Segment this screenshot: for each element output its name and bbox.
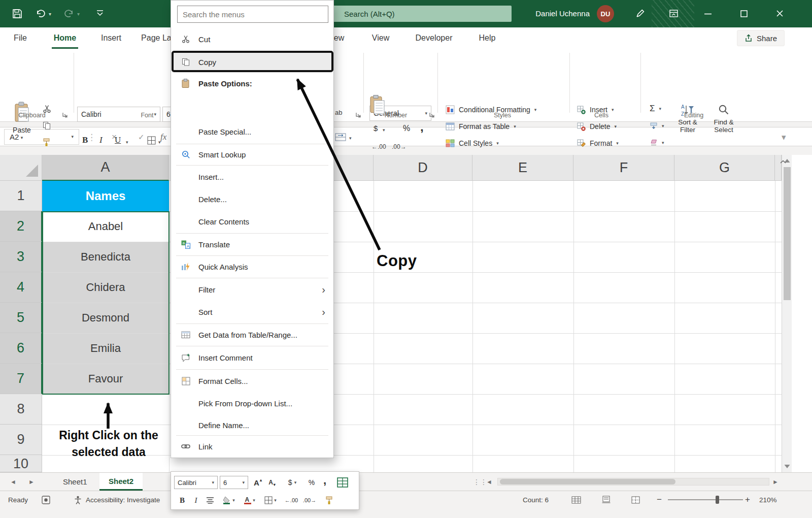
cell-a4[interactable]: Chidera [42,272,169,303]
mini-bold-button[interactable]: B [176,493,188,507]
autosum-button[interactable]: Σ ▾ [650,102,661,116]
italic-button[interactable]: I [99,135,103,145]
number-dialog-launcher[interactable] [429,112,435,118]
row-header-2[interactable]: 2 [0,211,42,242]
macro-record-icon[interactable] [42,491,50,508]
column-header-a[interactable]: A [42,155,169,181]
horizontal-scroll-thumb[interactable] [500,479,675,484]
collapse-ribbon-icon[interactable] [780,159,787,164]
alignment-dialog-launcher[interactable] [355,112,361,118]
user-name[interactable]: Daniel Uchenna [527,0,590,27]
row-header-6[interactable]: 6 [0,333,42,364]
zoom-slider-track[interactable] [668,499,743,500]
borders-dropdown-icon[interactable]: ▾ [158,140,161,145]
decrease-decimal-button[interactable]: .00→ [392,143,407,150]
format-painter-button[interactable] [43,138,50,147]
menu-item-smart-lookup[interactable]: Smart Lookup [172,145,332,164]
tab-home[interactable]: Home [49,27,81,49]
cell-a2[interactable]: Anabel [42,211,169,242]
paste-button[interactable]: Paste ▾ [7,102,37,140]
menu-item-define-name[interactable]: Define Name... [172,415,332,435]
column-header-g[interactable]: G [674,155,775,181]
tab-help[interactable]: Help [471,27,503,49]
format-cells-ribbon-button[interactable]: Format ▾ [577,136,619,150]
cell-a6[interactable]: Emilia [42,333,169,364]
menu-item-link[interactable]: Link [172,436,332,457]
formula-bar-expand-icon[interactable]: ▾ [782,127,786,147]
row-header-3[interactable]: 3 [0,242,42,272]
inking-pen-icon[interactable] [635,9,645,18]
mini-format-painter-button[interactable] [321,493,336,507]
cell-a3[interactable]: Benedicta [42,242,169,272]
delete-cells-button[interactable]: Delete ▾ [577,119,617,134]
currency-dropdown-icon[interactable]: ▾ [383,128,385,133]
currency-button[interactable]: $ [374,124,378,133]
undo-dropdown-icon[interactable]: ▾ [49,11,51,17]
view-page-break-icon[interactable] [631,491,640,508]
menu-item-get-data[interactable]: Get Data from Table/Range... [172,325,332,345]
menu-item-quick-analysis[interactable]: Quick Analysis [172,256,332,277]
menu-item-translate[interactable]: aA Translate [172,234,332,254]
percent-button[interactable]: % [403,124,410,133]
mini-borders-button[interactable]: ▾ [261,493,280,507]
row-header-9[interactable]: 9 [0,425,42,455]
tab-file[interactable]: File [8,27,32,49]
format-as-table-button[interactable]: Format as Table ▾ [446,119,516,134]
status-count[interactable]: Count: 6 [523,491,549,508]
titlebar-search[interactable] [325,6,512,22]
center-align-button[interactable] [204,493,217,507]
name-box-dropdown-icon[interactable]: ▾ [71,135,74,139]
mini-comma-button[interactable]: , [319,473,330,488]
row-header-1[interactable]: 1 [0,181,42,211]
sheet-nav-right-icon[interactable]: ► [28,473,35,491]
hscroll-right-icon[interactable]: ► [772,473,779,491]
fill-button[interactable]: ▾ [650,119,664,133]
menu-item-pick-list[interactable]: Pick From Drop-down List... [172,393,332,414]
mini-italic-button[interactable]: I [190,493,201,507]
font-color-button[interactable]: A ▾ [241,493,258,507]
maximize-button[interactable] [740,10,748,17]
mini-currency-button[interactable]: $▾ [283,476,302,489]
comma-style-button[interactable]: , [420,120,424,134]
clipboard-dialog-launcher[interactable] [62,112,68,118]
menu-item-insert-comment[interactable]: Insert Comment [172,347,332,368]
view-page-layout-icon[interactable] [602,491,611,508]
ribbon-display-options-icon[interactable] [669,9,679,18]
quick-access-toolbar-icon[interactable] [95,8,105,18]
enter-check-icon[interactable]: ✓ [138,127,145,147]
avatar[interactable]: DU [597,5,614,22]
mini-increase-decimal-button[interactable]: ←.00 [283,493,300,507]
increase-decimal-button[interactable]: ←.00 [371,143,386,150]
menu-search-input[interactable] [177,6,328,23]
menu-item-sort[interactable]: Sort › [172,301,332,322]
mini-percent-button[interactable]: % [305,476,318,489]
mini-font-size-combo[interactable]: 6 ▾ [220,476,248,489]
redo-dropdown-icon[interactable]: ▾ [77,11,80,17]
menu-item-clear-contents[interactable]: Clear Contents [172,211,332,232]
cell-a5[interactable]: Desmond [42,303,169,333]
accessibility-status[interactable]: Accessibility: Investigate [74,491,160,508]
tab-developer[interactable]: Developer [404,27,464,49]
vertical-scroll-thumb[interactable] [784,167,791,300]
close-button[interactable] [776,10,784,17]
merge-center-button[interactable] [335,133,346,141]
mini-decrease-decimal-button[interactable]: .00→ [301,493,318,507]
redo-icon[interactable] [64,9,74,18]
mini-table-button[interactable] [334,475,351,490]
titlebar-search-input[interactable] [325,6,512,22]
view-normal-icon[interactable] [571,491,581,508]
zoom-level[interactable]: 210% [759,491,777,508]
row-header-7[interactable]: 7 [0,364,42,394]
row-header-10[interactable]: 10 [0,455,42,472]
column-header-e[interactable]: E [472,155,573,181]
zoom-slider-thumb[interactable] [716,496,719,504]
borders-button[interactable] [147,136,156,145]
fill-color-button[interactable]: ▾ [220,493,238,507]
cell-a7[interactable]: Favour [42,364,169,394]
undo-icon[interactable] [36,9,46,18]
minimize-button[interactable] [704,13,712,15]
mini-font-name-combo[interactable]: Calibri ▾ [174,476,218,489]
sheet-nav-left-icon[interactable]: ◄ [10,473,16,491]
paste-option-keep-formatting[interactable] [370,95,385,114]
clear-button[interactable]: ▾ [650,136,664,150]
